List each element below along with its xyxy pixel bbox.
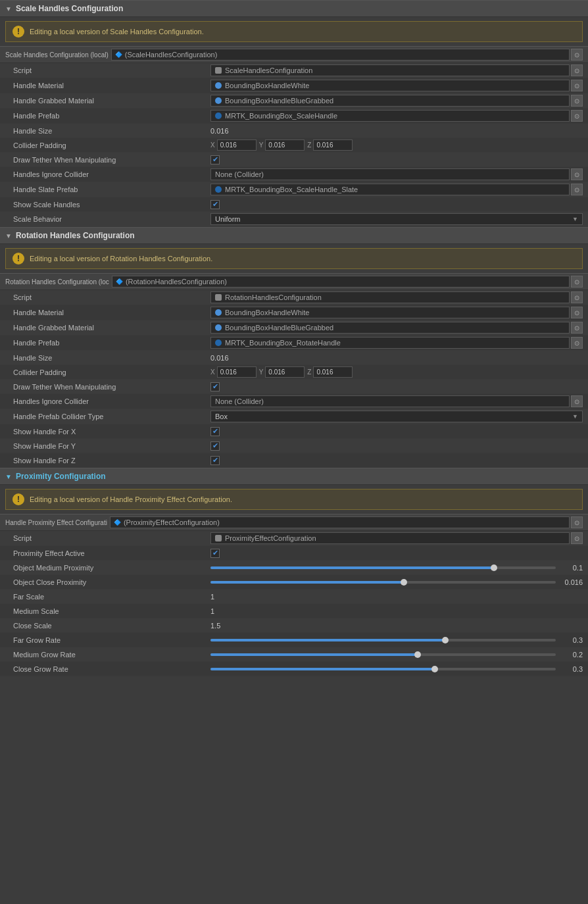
rotation-grabbed-gear[interactable]: ⊙ — [571, 322, 583, 334]
scale-handle-grabbed-label: Handle Grabbed Material — [13, 97, 210, 105]
rotation-y-input[interactable] — [265, 366, 305, 378]
rotation-handle-material-text: BoundingBoxHandleWhite — [225, 309, 309, 316]
rotation-prefab-field[interactable]: MRTK_BoundingBox_RotateHandle — [210, 337, 570, 349]
scale-xyz-fields: X Y Z — [210, 139, 583, 151]
proximity-script-label: Script — [13, 534, 210, 542]
rotation-show-y-checkbox[interactable]: ✔ — [210, 441, 220, 451]
scale-slate-prefab-field[interactable]: MRTK_BoundingBox_ScaleHandle_Slate — [210, 184, 570, 195]
proximity-medium-thumb[interactable] — [491, 565, 497, 571]
proximity-far-grow-track — [210, 639, 556, 641]
proximity-config-ref-value[interactable]: 🔷 (ProximityEffectConfiguration) — [110, 516, 570, 528]
scale-handle-grabbed-gear[interactable]: ⊙ — [571, 95, 583, 107]
rotation-handle-material-label: Handle Material — [13, 309, 210, 316]
rotation-grabbed-text: BoundingBoxHandleBlueGrabbed — [225, 324, 333, 332]
scale-handle-prefab-gear[interactable]: ⊙ — [571, 110, 583, 122]
rotation-collider-type-dropdown[interactable]: Box ▼ — [210, 411, 583, 422]
scale-handle-material-text: BoundingBoxHandleWhite — [225, 82, 309, 89]
rotation-handles-ignore-field[interactable]: None (Collider) — [210, 395, 570, 407]
proximity-far-grow-thumb[interactable] — [442, 637, 449, 643]
rotation-script-value: RotationHandlesConfiguration ⊙ — [210, 291, 583, 303]
proximity-medium-slider[interactable]: 0.1 — [210, 564, 583, 572]
scale-config-ref-row: Scale Handles Configuration (local) 🔷 (S… — [0, 46, 588, 63]
scale-z-input[interactable] — [313, 139, 353, 151]
rotation-z-input[interactable] — [313, 366, 353, 378]
scale-handle-material-value: BoundingBoxHandleWhite ⊙ — [210, 80, 583, 91]
scale-behavior-dropdown[interactable]: Uniform ▼ — [210, 213, 583, 225]
scale-handles-ignore-field[interactable]: None (Collider) — [210, 168, 570, 180]
scale-script-dot — [215, 67, 222, 74]
rotation-show-x-checkbox[interactable]: ✔ — [210, 427, 220, 436]
rotation-handles-ignore-gear[interactable]: ⊙ — [571, 395, 583, 407]
scale-x-field: X — [210, 139, 257, 151]
scale-config-gear[interactable]: ⊙ — [571, 49, 583, 61]
scale-handle-material-gear[interactable]: ⊙ — [571, 80, 583, 91]
scale-handle-material-field[interactable]: BoundingBoxHandleWhite — [210, 80, 570, 91]
proximity-far-grow-label: Far Grow Rate — [13, 636, 210, 644]
scale-x-input[interactable] — [217, 139, 257, 151]
proximity-script-value: ProximityEffectConfiguration ⊙ — [210, 532, 583, 544]
proximity-medium-grow-row: Medium Grow Rate 0.2 — [0, 647, 588, 662]
scale-show-handles-checkbox[interactable]: ✔ — [210, 200, 220, 209]
scale-behavior-row: Scale Behavior Uniform ▼ — [0, 212, 588, 227]
scale-collider-padding-row: Collider Padding X Y Z — [0, 138, 588, 153]
rotation-x-input[interactable] — [217, 366, 257, 378]
proximity-close-thumb[interactable] — [401, 579, 407, 586]
rotation-config-ref-value[interactable]: 🔷 (RotationHandlesConfiguration) — [112, 276, 570, 288]
scale-script-field[interactable]: ScaleHandlesConfiguration — [210, 64, 570, 76]
scale-handle-prefab-row: Handle Prefab MRTK_BoundingBox_ScaleHand… — [0, 109, 588, 124]
proximity-medium-grow-slider[interactable]: 0.2 — [210, 651, 583, 659]
proximity-close-grow-thumb[interactable] — [431, 666, 438, 672]
proximity-close-val: 0.016 — [560, 578, 583, 586]
scale-section: ▼ Scale Handles Configuration ! Editing … — [0, 0, 588, 227]
rotation-section-title: Rotation Handles Configuration — [16, 231, 135, 240]
proximity-far-scale-text: 1 — [210, 593, 214, 601]
scale-section-header[interactable]: ▼ Scale Handles Configuration — [0, 0, 588, 17]
scale-draw-tether-label: Draw Tether When Manipulating — [13, 156, 210, 164]
proximity-config-gear[interactable]: ⊙ — [571, 516, 583, 528]
scale-y-input[interactable] — [265, 139, 305, 151]
scale-slate-prefab-row: Handle Slate Prefab MRTK_BoundingBox_Sca… — [0, 182, 588, 197]
rotation-script-field[interactable]: RotationHandlesConfiguration — [210, 291, 570, 303]
proximity-effect-active-checkbox[interactable]: ✔ — [210, 549, 220, 558]
proximity-medium-grow-thumb[interactable] — [414, 651, 421, 658]
proximity-script-gear[interactable]: ⊙ — [571, 532, 583, 544]
scale-handle-grabbed-field[interactable]: BoundingBoxHandleBlueGrabbed — [210, 95, 570, 107]
scale-draw-tether-checkbox[interactable]: ✔ — [210, 155, 220, 164]
proximity-section-header[interactable]: ▼ Proximity Configuration — [0, 468, 588, 485]
proximity-medium-grow-label: Medium Grow Rate — [13, 651, 210, 659]
proximity-close-row: Object Close Proximity 0.016 — [0, 575, 588, 590]
proximity-script-field[interactable]: ProximityEffectConfiguration — [210, 532, 570, 544]
scale-slate-prefab-gear[interactable]: ⊙ — [571, 184, 583, 195]
scale-handle-prefab-field[interactable]: MRTK_BoundingBox_ScaleHandle — [210, 110, 570, 122]
proximity-close-slider[interactable]: 0.016 — [210, 578, 583, 586]
scale-script-gear[interactable]: ⊙ — [571, 64, 583, 76]
proximity-far-grow-row: Far Grow Rate 0.3 — [0, 633, 588, 647]
rotation-handle-material-field[interactable]: BoundingBoxHandleWhite — [210, 307, 570, 318]
proximity-far-grow-slider[interactable]: 0.3 — [210, 636, 583, 644]
proximity-close-grow-slider[interactable]: 0.3 — [210, 665, 583, 673]
rotation-show-y-value: ✔ — [210, 441, 583, 451]
scale-y-field: Y — [259, 139, 305, 151]
scale-config-ref-value[interactable]: 🔷 (ScaleHandlesConfiguration) — [111, 49, 570, 61]
scale-handle-prefab-dot — [215, 113, 222, 119]
proximity-close-grow-value: 0.3 — [210, 665, 583, 673]
rotation-section-header[interactable]: ▼ Rotation Handles Configuration — [0, 227, 588, 244]
rotation-prefab-gear[interactable]: ⊙ — [571, 337, 583, 349]
scale-handle-size-value: 0.016 — [210, 127, 583, 135]
rotation-collider-padding-value: X Y Z — [210, 366, 583, 378]
rotation-draw-tether-checkbox[interactable]: ✔ — [210, 382, 220, 391]
rotation-script-gear[interactable]: ⊙ — [571, 291, 583, 303]
rotation-grabbed-field[interactable]: BoundingBoxHandleBlueGrabbed — [210, 322, 570, 334]
rotation-x-label: X — [210, 368, 215, 376]
proximity-section: ▼ Proximity Configuration ! Editing a lo… — [0, 468, 588, 676]
rotation-prefab-text: MRTK_BoundingBox_RotateHandle — [225, 339, 341, 347]
rotation-show-z-checkbox[interactable]: ✔ — [210, 456, 220, 465]
proximity-warning-box: ! Editing a local version of Handle Prox… — [5, 489, 583, 510]
scale-behavior-label: Scale Behavior — [13, 215, 210, 223]
rotation-collider-padding-row: Collider Padding X Y Z — [0, 365, 588, 380]
rotation-show-x-value: ✔ — [210, 427, 583, 436]
rotation-config-gear[interactable]: ⊙ — [571, 276, 583, 288]
proximity-far-grow-value: 0.3 — [210, 636, 583, 644]
scale-handles-ignore-gear[interactable]: ⊙ — [571, 168, 583, 180]
rotation-handle-material-gear[interactable]: ⊙ — [571, 307, 583, 318]
